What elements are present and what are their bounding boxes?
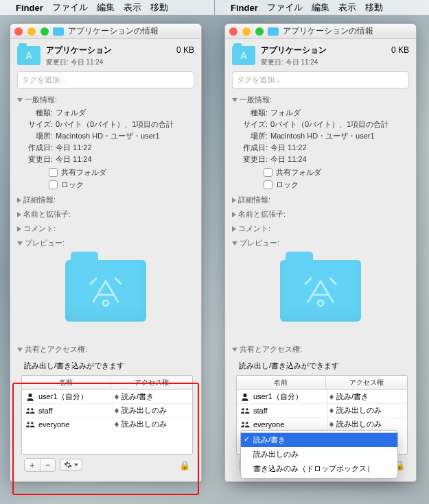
group-icon — [240, 420, 250, 429]
svg-point-1 — [318, 300, 323, 306]
disclosure-open-icon — [17, 98, 23, 102]
permissions-table: 名前 アクセス権 user1（自分）読み/書きstaff読み出しのみeveryo… — [21, 375, 193, 455]
menu-view[interactable]: 表示 — [338, 1, 356, 14]
locked-checkbox[interactable]: ロック — [24, 178, 192, 190]
zoom-icon[interactable] — [40, 27, 49, 36]
folder-icon — [17, 46, 40, 65]
dropdown-option[interactable]: 読み/書き — [241, 433, 397, 447]
user-name: everyone — [253, 420, 284, 429]
stepper-icon — [329, 422, 334, 427]
table-row[interactable]: user1（自分）読み/書き — [22, 390, 192, 404]
lock-icon[interactable]: 🔒 — [179, 460, 190, 470]
titlebar[interactable]: アプリケーションの情報 — [225, 24, 416, 39]
section-preview[interactable]: プレビュー: — [229, 236, 412, 250]
permission-cell[interactable]: 読み出しのみ — [328, 418, 407, 431]
menubar-app[interactable]: Finder — [16, 3, 43, 13]
minimize-icon[interactable] — [242, 27, 251, 36]
permission-cell[interactable]: 読み出しのみ — [113, 404, 192, 417]
section-sharing[interactable]: 共有とアクセス権: — [14, 342, 197, 357]
add-button[interactable]: ＋ — [25, 459, 40, 471]
section-nameext[interactable]: 名前と拡張子: — [14, 207, 197, 221]
group-icon — [240, 407, 250, 415]
user-name: everyone — [38, 420, 69, 429]
section-comments[interactable]: コメント: — [229, 221, 412, 236]
titlebar-folder-icon — [268, 27, 279, 36]
permission-cell[interactable]: 読み/書き — [328, 390, 407, 403]
checkbox-icon — [264, 180, 273, 189]
tags-input[interactable]: タグを追加... — [17, 71, 194, 88]
zoom-icon[interactable] — [255, 27, 264, 36]
col-header-perm[interactable]: アクセス権 — [111, 376, 192, 389]
table-row[interactable]: user1（自分）読み/書き — [237, 390, 407, 404]
section-general[interactable]: 一般情報: — [229, 93, 412, 107]
permission-dropdown[interactable]: 読み/書き読み出しのみ書き込みのみ（ドロップボックス） — [240, 430, 398, 479]
minimize-icon[interactable] — [27, 27, 36, 36]
stepper-icon — [329, 408, 334, 413]
action-menu-button[interactable] — [60, 459, 82, 471]
folder-preview-icon — [280, 260, 361, 322]
close-icon[interactable] — [229, 27, 237, 36]
remove-button[interactable]: − — [40, 459, 55, 471]
col-header-name[interactable]: 名前 — [237, 376, 326, 389]
stepper-icon — [115, 408, 119, 413]
menu-file[interactable]: ファイル — [52, 1, 88, 14]
section-comments[interactable]: コメント: — [14, 221, 197, 236]
tags-input[interactable]: タグを追加... — [232, 71, 409, 88]
permission-cell[interactable]: 読み出しのみ — [113, 418, 192, 431]
menu-go[interactable]: 移動 — [150, 1, 168, 14]
user-name: user1（自分） — [38, 392, 88, 402]
disclosure-closed-icon — [17, 212, 21, 217]
section-sharing[interactable]: 共有とアクセス権: — [229, 342, 412, 357]
menu-edit[interactable]: 編集 — [97, 1, 115, 14]
menu-view[interactable]: 表示 — [124, 1, 141, 14]
menubar[interactable]: Finder ファイル 編集 表示 移動 — [215, 0, 429, 15]
section-more[interactable]: 詳細情報: — [229, 193, 412, 207]
close-icon[interactable] — [14, 27, 23, 36]
section-nameext[interactable]: 名前と拡張子: — [229, 207, 412, 221]
dropdown-option[interactable]: 書き込みのみ（ドロップボックス） — [241, 461, 397, 476]
user-name: staff — [38, 407, 53, 415]
table-row[interactable]: staff読み出しのみ — [22, 404, 192, 418]
checkbox-icon — [49, 168, 58, 177]
section-more[interactable]: 詳細情報: — [14, 193, 197, 207]
window-title: アプリケーションの情報 — [68, 25, 159, 37]
menu-edit[interactable]: 編集 — [312, 1, 329, 14]
shared-folder-checkbox[interactable]: 共有フォルダ — [24, 165, 192, 178]
modified-short: 変更日: 今日 11:24 — [46, 58, 171, 67]
disclosure-open-icon — [232, 98, 237, 102]
menubar[interactable]: Finder ファイル 編集 表示 移動 — [0, 0, 214, 15]
checkbox-icon — [49, 180, 58, 189]
disclosure-open-icon — [17, 241, 23, 245]
col-header-perm[interactable]: アクセス権 — [326, 376, 407, 389]
col-header-name[interactable]: 名前 — [22, 376, 111, 389]
info-header: アプリケーション 変更日: 今日 11:24 0 KB — [225, 39, 416, 71]
titlebar[interactable]: アプリケーションの情報 — [10, 24, 201, 39]
section-preview[interactable]: プレビュー: — [14, 236, 197, 250]
dropdown-option[interactable]: 読み出しのみ — [241, 447, 397, 461]
shared-folder-checkbox[interactable]: 共有フォルダ — [239, 165, 406, 178]
section-general[interactable]: 一般情報: — [14, 93, 197, 107]
disclosure-closed-icon — [232, 226, 236, 232]
menubar-app[interactable]: Finder — [231, 3, 258, 13]
menu-file[interactable]: ファイル — [267, 1, 303, 14]
sharing-hint: 読み出し/書き込みができます — [21, 358, 193, 375]
folder-preview-icon — [65, 260, 146, 322]
table-row[interactable]: everyone読み出しのみ — [237, 418, 407, 431]
permission-cell[interactable]: 読み出しのみ — [328, 404, 407, 417]
preview-area — [229, 250, 412, 342]
sharing-hint: 読み出し/書き込みができます — [236, 358, 408, 375]
stepper-icon — [115, 394, 119, 400]
table-row[interactable]: staff読み出しのみ — [237, 404, 407, 418]
locked-checkbox[interactable]: ロック — [239, 178, 406, 190]
titlebar-folder-icon — [53, 27, 64, 36]
permission-cell[interactable]: 読み/書き — [113, 390, 192, 403]
kind-value: フォルダ — [56, 108, 86, 118]
user-name: staff — [253, 407, 268, 415]
table-row[interactable]: everyone読み出しのみ — [22, 418, 192, 431]
user-name: user1（自分） — [253, 392, 303, 402]
folder-name: アプリケーション — [261, 45, 386, 56]
permission-value: 読み出しのみ — [336, 405, 382, 416]
menu-go[interactable]: 移動 — [365, 1, 383, 14]
traffic-lights[interactable] — [229, 27, 264, 36]
traffic-lights[interactable] — [14, 27, 49, 36]
